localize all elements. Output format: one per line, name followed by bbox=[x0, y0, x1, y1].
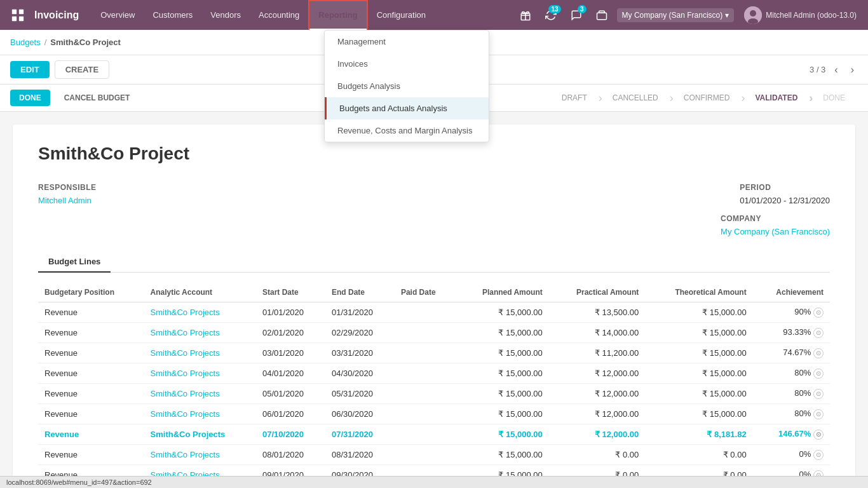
done-button[interactable]: DONE bbox=[10, 90, 50, 106]
company-label: Company bbox=[721, 214, 830, 223]
top-nav: Invoicing Overview Customers Vendors Acc… bbox=[0, 0, 868, 30]
table-cell: ₹ 15,000.00 bbox=[645, 404, 752, 424]
refresh-badge: 13 bbox=[548, 5, 560, 13]
responsible-value[interactable]: Mitchell Admin bbox=[38, 196, 97, 205]
status-cancelled[interactable]: CANCELLED bbox=[600, 90, 671, 106]
status-actions: DONE CANCEL BUDGET bbox=[10, 90, 139, 106]
nav-vendors[interactable]: Vendors bbox=[201, 0, 250, 30]
table-row[interactable]: RevenueSmith&Co Projects05/01/202005/31/… bbox=[38, 384, 830, 404]
responsible-label: Responsible bbox=[38, 183, 97, 192]
table-row[interactable]: RevenueSmith&Co Projects02/01/202002/29/… bbox=[38, 323, 830, 343]
dropdown-budgets-analysis[interactable]: Budgets Analysis bbox=[325, 75, 489, 97]
table-cell bbox=[395, 363, 456, 384]
col-planned-amount: Planned Amount bbox=[456, 283, 549, 302]
table-cell: ₹ 15,000.00 bbox=[456, 343, 549, 363]
table-cell: ₹ 15,000.00 bbox=[645, 384, 752, 404]
messages-icon-btn[interactable]: 3 bbox=[566, 5, 587, 25]
create-button[interactable]: CREATE bbox=[55, 60, 109, 79]
dropdown-revenue-costs[interactable]: Revenue, Costs and Margin Analysis bbox=[325, 119, 489, 142]
table-cell bbox=[395, 424, 456, 445]
edit-button[interactable]: EDIT bbox=[10, 61, 50, 78]
table-cell: Smith&Co Projects bbox=[144, 302, 256, 323]
table-cell: ₹ 12,000.00 bbox=[549, 404, 645, 424]
nav-accounting[interactable]: Accounting bbox=[250, 0, 308, 30]
table-cell: ₹ 15,000.00 bbox=[645, 323, 752, 343]
table-cell: 07/31/2020 bbox=[325, 424, 395, 445]
nav-reporting[interactable]: Reporting bbox=[308, 0, 367, 30]
table-cell: Smith&Co Projects bbox=[144, 384, 256, 404]
dropdown-invoices[interactable]: Invoices bbox=[325, 53, 489, 75]
dropdown-management[interactable]: Management bbox=[325, 30, 489, 53]
status-validated[interactable]: VALIDATED bbox=[742, 90, 810, 106]
row-action-icon[interactable]: ⊙ bbox=[813, 409, 824, 419]
table-cell: ₹ 11,200.00 bbox=[549, 343, 645, 363]
row-action-icon[interactable]: ⊙ bbox=[813, 450, 824, 460]
table-row[interactable]: RevenueSmith&Co Projects01/01/202001/31/… bbox=[38, 302, 830, 323]
row-action-icon[interactable]: ⊙ bbox=[813, 348, 824, 358]
table-cell: ₹ 15,000.00 bbox=[456, 404, 549, 424]
prev-page-button[interactable]: ‹ bbox=[831, 63, 841, 77]
svg-rect-2 bbox=[12, 16, 17, 20]
user-info[interactable]: Mitchell Admin (odoo-13.0) bbox=[739, 4, 862, 27]
nav-configuration[interactable]: Configuration bbox=[368, 0, 435, 30]
row-action-icon[interactable]: ⊙ bbox=[813, 389, 824, 399]
budget-table: Budgetary Position Analytic Account Star… bbox=[38, 283, 830, 488]
form-fields: Responsible Mitchell Admin Period 01/01/… bbox=[38, 183, 830, 205]
table-cell: ₹ 0.00 bbox=[549, 445, 645, 465]
table-cell: ₹ 0.00 bbox=[645, 445, 752, 465]
company-select[interactable]: My Company (San Francisco) ▾ bbox=[617, 8, 735, 22]
reporting-dropdown: Management Invoices Budgets Analysis Bud… bbox=[324, 30, 489, 142]
tab-budget-lines[interactable]: Budget Lines bbox=[38, 252, 111, 273]
nav-overview[interactable]: Overview bbox=[92, 0, 144, 30]
table-cell: ₹ 14,000.00 bbox=[549, 323, 645, 343]
table-row[interactable]: RevenueSmith&Co Projects06/01/202006/30/… bbox=[38, 404, 830, 424]
row-action-icon[interactable]: ⊙ bbox=[813, 430, 824, 440]
next-page-button[interactable]: › bbox=[847, 63, 858, 77]
table-cell: ₹ 15,000.00 bbox=[456, 302, 549, 323]
table-row[interactable]: RevenueSmith&Co Projects08/01/202008/31/… bbox=[38, 445, 830, 465]
table-cell: 01/01/2020 bbox=[256, 302, 325, 323]
refresh-icon-btn[interactable]: 13 bbox=[541, 5, 561, 25]
todo-icon-btn[interactable] bbox=[592, 5, 612, 25]
nav-items: Overview Customers Vendors Accounting Re… bbox=[92, 0, 515, 30]
table-cell: 02/01/2020 bbox=[256, 323, 325, 343]
table-cell bbox=[395, 302, 456, 323]
table-cell: ₹ 15,000.00 bbox=[456, 323, 549, 343]
gift-icon-btn[interactable] bbox=[515, 5, 536, 25]
table-cell: 02/29/2020 bbox=[325, 323, 395, 343]
table-header-row: Budgetary Position Analytic Account Star… bbox=[38, 283, 830, 302]
app-icon[interactable] bbox=[6, 4, 29, 27]
pagination-text: 3 / 3 bbox=[810, 65, 825, 74]
status-draft[interactable]: DRAFT bbox=[549, 90, 600, 106]
table-cell: 80% ⊙ bbox=[753, 363, 830, 384]
user-name: Mitchell Admin (odoo-13.0) bbox=[766, 11, 857, 20]
dropdown-budgets-actuals[interactable]: Budgets and Actuals Analysis bbox=[325, 97, 489, 119]
row-action-icon[interactable]: ⊙ bbox=[813, 308, 824, 318]
table-cell: ₹ 15,000.00 bbox=[645, 302, 752, 323]
table-cell bbox=[395, 384, 456, 404]
breadcrumb-parent[interactable]: Budgets bbox=[10, 37, 41, 47]
table-cell: 80% ⊙ bbox=[753, 384, 830, 404]
row-action-icon[interactable]: ⊙ bbox=[813, 369, 824, 379]
status-confirmed[interactable]: CONFIRMED bbox=[671, 90, 743, 106]
cancel-budget-button[interactable]: CANCEL BUDGET bbox=[55, 90, 139, 106]
row-action-icon[interactable]: ⊙ bbox=[813, 328, 824, 338]
table-cell: 08/01/2020 bbox=[256, 445, 325, 465]
form-fields-2: Company My Company (San Francisco) bbox=[38, 214, 830, 236]
company-value[interactable]: My Company (San Francisco) bbox=[721, 227, 830, 236]
nav-customers[interactable]: Customers bbox=[144, 0, 201, 30]
table-cell: Smith&Co Projects bbox=[144, 424, 256, 445]
table-row[interactable]: RevenueSmith&Co Projects04/01/202004/30/… bbox=[38, 363, 830, 384]
document-card: Smith&Co Project Responsible Mitchell Ad… bbox=[13, 125, 855, 488]
table-row[interactable]: RevenueSmith&Co Projects07/10/202007/31/… bbox=[38, 424, 830, 445]
table-cell: 04/30/2020 bbox=[325, 363, 395, 384]
pagination: 3 / 3 ‹ › bbox=[810, 63, 858, 77]
period-value: 01/01/2020 - 12/31/2020 bbox=[740, 196, 830, 205]
svg-rect-3 bbox=[19, 16, 24, 20]
company-dropdown-icon: ▾ bbox=[725, 11, 729, 20]
table-row[interactable]: RevenueSmith&Co Projects03/01/202003/31/… bbox=[38, 343, 830, 363]
main-content: Smith&Co Project Responsible Mitchell Ad… bbox=[0, 112, 868, 488]
table-cell: ₹ 15,000.00 bbox=[456, 363, 549, 384]
status-done[interactable]: DONE bbox=[810, 90, 858, 106]
table-cell: Revenue bbox=[38, 424, 144, 445]
